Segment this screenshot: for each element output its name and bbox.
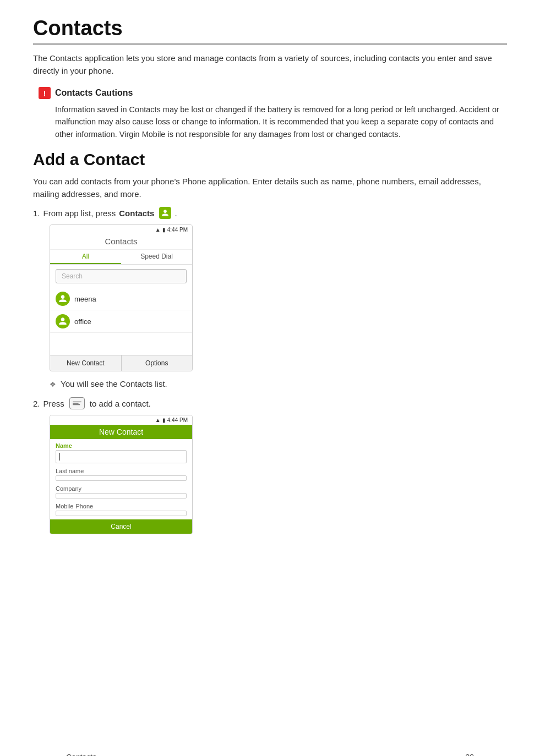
contact-name-meena: meena (74, 295, 96, 303)
add-contact-title: Add a Contact (33, 150, 507, 169)
bullet-diamond: ❖ (50, 380, 56, 388)
caution-title: Contacts Cautions (55, 88, 133, 98)
company-field-input[interactable] (56, 493, 187, 498)
caution-body: Information saved in Contacts may be los… (55, 103, 507, 140)
contacts-app-icon (159, 207, 171, 219)
contact-row-office: office (50, 310, 192, 333)
battery-icon: ▮ (162, 227, 166, 233)
cancel-button[interactable]: Cancel (50, 519, 192, 534)
page-title: Contacts (33, 17, 507, 45)
contact-name-office: office (74, 317, 91, 326)
contact-avatar-office (56, 314, 70, 328)
contact-avatar-meena (56, 292, 70, 306)
note-text: You will see the Contacts list. (61, 379, 167, 388)
caution-block: ! Contacts Cautions Information saved in… (33, 87, 507, 140)
mobile-label: Mobile (56, 503, 73, 510)
contact-row-meena: meena (50, 288, 192, 310)
new-battery-icon: ▮ (162, 417, 166, 423)
step1-bold: Contacts (119, 209, 154, 218)
new-contact-button[interactable]: New Contact (50, 355, 122, 371)
new-status-time: 4:44 PM (167, 417, 188, 423)
add-contact-intro: You can add contacts from your phone’s P… (33, 176, 507, 200)
step-2-line: 2. Press to add a contact. (33, 397, 507, 409)
step2-text: Press (43, 399, 64, 408)
tab-all[interactable]: All (50, 250, 121, 264)
options-button[interactable]: Options (122, 355, 193, 371)
new-contact-screenshot: ▲ ▮ 4:44 PM New Contact Name Last name C… (50, 415, 193, 534)
new-signal-icon: ▲ (155, 417, 161, 423)
step-1: 1. From app list, press Contacts . ▲ ▮ 4… (33, 207, 507, 388)
phone-field-input[interactable] (56, 511, 187, 516)
step1-period: . (174, 209, 177, 218)
last-name-field-input[interactable] (56, 475, 187, 481)
new-contact-status-bar: ▲ ▮ 4:44 PM (50, 415, 192, 425)
mobile-phone-row: Mobile Phone (50, 501, 192, 511)
tab-speed-dial[interactable]: Speed Dial (121, 250, 192, 264)
status-time: 4:44 PM (167, 227, 188, 233)
contacts-screen-header: Contacts (50, 234, 192, 250)
status-bar: ▲ ▮ 4:44 PM (50, 225, 192, 234)
status-icons: ▲ ▮ 4:44 PM (155, 227, 188, 233)
new-contact-header: New Contact (50, 425, 192, 439)
step1-text: From app list, press (43, 209, 116, 218)
step2-text2: to add a contact. (90, 399, 151, 408)
search-bar[interactable]: Search (56, 269, 187, 283)
note-bullet: ❖ You will see the Contacts list. (50, 379, 507, 388)
new-contact-status-icons: ▲ ▮ 4:44 PM (155, 417, 188, 423)
step1-label: 1. (33, 209, 40, 218)
footer-label: Contacts (66, 753, 96, 756)
phone-label: Phone (75, 503, 93, 510)
contacts-bottom-bar: New Contact Options (50, 355, 192, 371)
name-field-label: Name (50, 439, 192, 450)
page-number: 38 (465, 753, 474, 756)
caution-header: ! Contacts Cautions (39, 87, 507, 99)
caution-icon: ! (39, 87, 51, 99)
step-1-line: 1. From app list, press Contacts . (33, 207, 507, 219)
step2-label: 2. (33, 399, 40, 408)
intro-text: The Contacts application lets you store … (33, 52, 507, 77)
name-field-input[interactable] (56, 450, 187, 463)
last-name-field-label: Last name (50, 465, 192, 475)
add-contact-btn-icon (69, 397, 85, 409)
contacts-tabs: All Speed Dial (50, 250, 192, 265)
company-field-label: Company (50, 483, 192, 493)
contacts-screenshot: ▲ ▮ 4:44 PM Contacts All Speed Dial Sear… (50, 224, 193, 371)
signal-icon: ▲ (155, 227, 161, 233)
step-2: 2. Press to add a contact. ▲ ▮ 4:44 PM (33, 397, 507, 534)
